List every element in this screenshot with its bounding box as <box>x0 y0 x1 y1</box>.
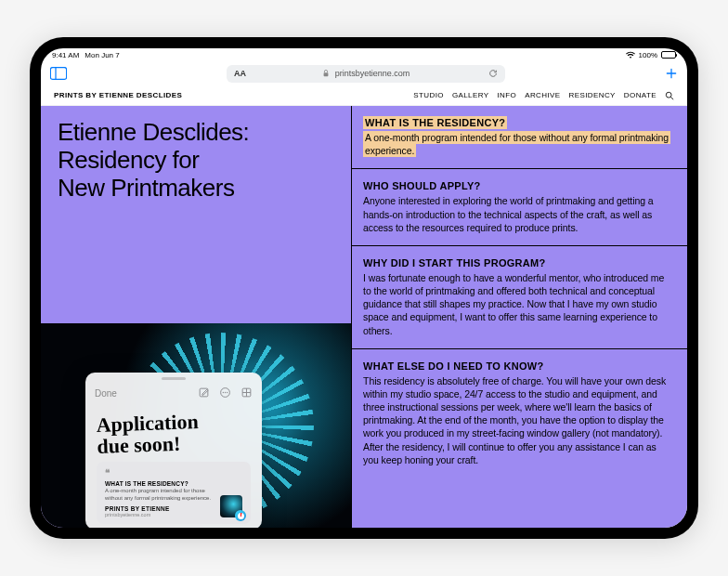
nav-info[interactable]: INFO <box>497 91 516 100</box>
svg-line-4 <box>670 97 673 99</box>
faq-question: WHAT IS THE RESIDENCY? <box>363 116 507 129</box>
site-header: PRINTS BY ETIENNE DESCLIDES STUDIO GALLE… <box>41 85 687 106</box>
ipad-screen: 9:41 AM Mon Jun 7 100% AA printsbyetienn… <box>41 48 687 528</box>
link-source: PRINTS BY ETIENNE <box>105 505 214 512</box>
sidebar-toggle-icon[interactable] <box>50 67 67 80</box>
link-thumbnail <box>220 495 242 517</box>
faq-answer: A one-month program intended for those w… <box>363 131 670 157</box>
link-card[interactable]: ❝ WHAT IS THE RESIDENCY? A one-month pro… <box>97 462 251 524</box>
ipad-frame: 9:41 AM Mon Jun 7 100% AA printsbyetienn… <box>30 37 698 539</box>
grid-icon[interactable] <box>240 386 253 402</box>
quick-note-header: Done <box>85 380 262 410</box>
status-battery-pct: 100% <box>639 51 657 59</box>
quote-icon: ❝ <box>105 468 214 478</box>
wifi-icon <box>626 51 635 59</box>
refresh-icon[interactable] <box>488 69 498 78</box>
site-logo[interactable]: PRINTS BY ETIENNE DESCLIDES <box>54 91 182 99</box>
faq-question: WHAT ELSE DO I NEED TO KNOW? <box>363 360 674 372</box>
url-bar[interactable]: AA printsbyetienne.com <box>227 65 505 83</box>
svg-rect-2 <box>323 72 328 76</box>
status-date: Mon Jun 7 <box>84 51 119 59</box>
link-title: WHAT IS THE RESIDENCY? <box>105 480 214 487</box>
status-bar: 9:41 AM Mon Jun 7 100% <box>41 48 687 61</box>
left-column: Etienne Desclides: Residency for New Pri… <box>41 106 351 528</box>
lock-icon <box>322 70 330 77</box>
nav-residency[interactable]: RESIDENCY <box>569 91 616 100</box>
reader-aa-icon[interactable]: AA <box>234 69 246 78</box>
status-time: 9:41 AM <box>52 51 79 59</box>
nav-studio[interactable]: STUDIO <box>413 91 444 100</box>
search-icon[interactable] <box>665 91 674 100</box>
safari-badge-icon <box>235 510 246 521</box>
faq-answer: Anyone interested in exploring the world… <box>363 194 674 234</box>
nav-gallery[interactable]: GALLERY <box>452 91 489 100</box>
svg-rect-0 <box>50 68 66 80</box>
right-column: WHAT IS THE RESIDENCY? A one-month progr… <box>351 106 687 528</box>
faq-item: WHAT ELSE DO I NEED TO KNOW? This reside… <box>352 349 687 478</box>
faq-item: WHY DID I START THIS PROGRAM? I was fort… <box>352 246 687 349</box>
quick-note-body[interactable]: Application due soon! ❝ WHAT IS THE RESI… <box>85 410 262 528</box>
new-tab-icon[interactable] <box>665 67 678 80</box>
quick-note-popup[interactable]: Done Application due soon! <box>85 373 262 528</box>
faq-item: WHO SHOULD APPLY? Anyone interested in e… <box>352 169 687 246</box>
handwritten-note: Application due soon! <box>96 409 252 457</box>
faq-answer: This residency is absolutely free of cha… <box>363 374 674 466</box>
battery-icon <box>661 51 676 59</box>
faq-question: WHY DID I START THIS PROGRAM? <box>363 257 674 268</box>
compose-icon[interactable] <box>198 386 210 402</box>
faq-item: WHAT IS THE RESIDENCY? A one-month progr… <box>352 106 687 169</box>
link-desc: A one-month program intended for those w… <box>105 488 214 502</box>
url-text: printsbyetienne.com <box>335 69 410 78</box>
done-button[interactable]: Done <box>95 388 117 399</box>
faq-answer: I was fortunate enough to have a wonderf… <box>363 271 674 337</box>
safari-toolbar: AA printsbyetienne.com <box>41 61 687 85</box>
page-title: Etienne Desclides: Residency for New Pri… <box>58 119 334 203</box>
nav-archive[interactable]: ARCHIVE <box>525 91 560 100</box>
more-icon[interactable] <box>219 386 231 402</box>
svg-point-8 <box>225 392 226 393</box>
nav-donate[interactable]: DONATE <box>624 91 656 100</box>
link-domain: printsbyetienne.com <box>105 512 214 517</box>
site-nav: STUDIO GALLERY INFO ARCHIVE RESIDENCY DO… <box>413 91 674 100</box>
faq-question: WHO SHOULD APPLY? <box>363 180 674 191</box>
svg-point-9 <box>227 392 228 393</box>
page-content: Etienne Desclides: Residency for New Pri… <box>41 106 687 528</box>
svg-point-3 <box>666 92 671 98</box>
svg-point-7 <box>223 392 224 393</box>
